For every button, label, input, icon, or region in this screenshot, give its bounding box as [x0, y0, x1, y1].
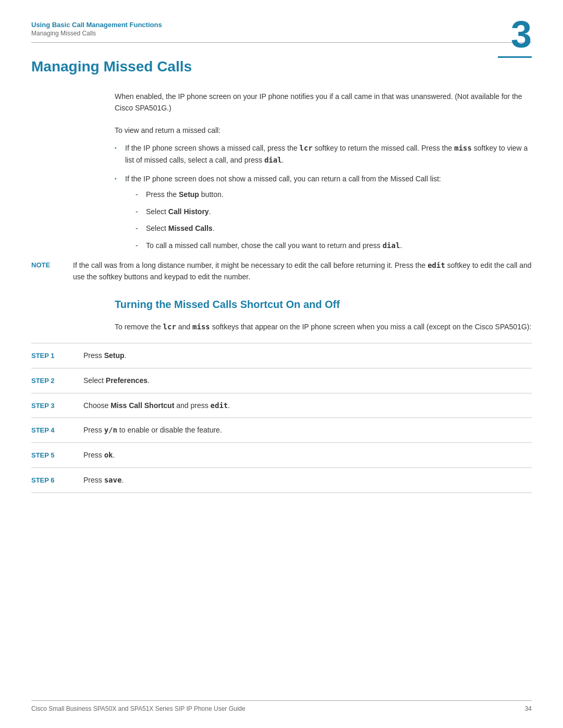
step-4-num: 4 — [51, 426, 54, 434]
dash3-before: Select — [146, 224, 168, 232]
step-row-4: STEP 4 Press y/n to enable or disable th… — [31, 418, 532, 443]
dash2-before: Select — [146, 207, 168, 216]
steps-block: STEP 1 Press Setup. STEP 2 Select Prefer… — [31, 343, 532, 493]
dash-item-3: Select Missed Calls. — [136, 223, 532, 234]
step-5-num: 5 — [51, 451, 54, 459]
step-2-num: 2 — [51, 377, 54, 385]
sub-section-title: Turning the Missed Calls Shortcut On and… — [115, 299, 532, 311]
step-row-2: STEP 2 Select Preferences. — [31, 368, 532, 393]
step-6-text: Press save. — [83, 474, 532, 486]
bullet1-text-before: If the IP phone screen shows a missed ca… — [125, 144, 299, 152]
dash1-after: button. — [199, 190, 224, 199]
step-row-6: STEP 6 Press save. — [31, 468, 532, 493]
dash2-after: . — [209, 207, 211, 216]
bullet1-dial: dial — [264, 156, 282, 164]
dash-item-2: Select Call History. — [136, 206, 532, 217]
step-4-label: STEP 4 — [31, 425, 83, 436]
chapter-number: 3 — [511, 16, 532, 53]
bullet-list: If the IP phone screen shows a missed ca… — [115, 142, 532, 251]
bullet1-dot: . — [282, 156, 284, 164]
step-5-text: Press ok. — [83, 449, 532, 461]
note-text: If the call was from a long distance num… — [73, 260, 532, 283]
bullet1-lcr: lcr — [299, 144, 312, 152]
page-footer: Cisco Small Business SPA50X and SPA51X S… — [31, 700, 532, 712]
section-title: Managing Missed Calls — [31, 58, 532, 75]
main-content: Managing Missed Calls When enabled, the … — [0, 43, 563, 524]
step-1-text: Press Setup. — [83, 350, 532, 361]
dash3-after: . — [213, 224, 215, 232]
page-container: 3 Using Basic Call Management Functions … — [0, 0, 563, 728]
page-header: 3 Using Basic Call Management Functions … — [0, 0, 563, 37]
step-1-num: 1 — [51, 352, 54, 360]
step-3-text: Choose Miss Call Shortcut and press edit… — [83, 400, 532, 411]
bullet2-text: If the IP phone screen does not show a m… — [125, 175, 441, 183]
breadcrumb-link: Using Basic Call Management Functions — [31, 21, 532, 29]
dash1-before: Press the — [146, 190, 179, 199]
step-4-text: Press y/n to enable or disable the featu… — [83, 424, 532, 436]
dash-item-1: Press the Setup button. — [136, 189, 532, 200]
dash-list: Press the Setup button. Select Call Hist… — [136, 189, 532, 251]
footer-page-number: 34 — [525, 705, 532, 712]
sub-intro: To remove the lcr and miss softkeys that… — [115, 321, 532, 332]
dash4-after: . — [400, 241, 402, 250]
chapter-number-underline — [498, 56, 532, 58]
note-block: NOTE If the call was from a long distanc… — [31, 260, 532, 283]
dash1-bold: Setup — [179, 190, 199, 199]
dash4-bold: dial — [383, 241, 400, 250]
bullet-item-1: If the IP phone screen shows a missed ca… — [115, 142, 532, 166]
to-view-text: To view and return a missed call: — [115, 125, 532, 136]
footer-left-text: Cisco Small Business SPA50X and SPA51X S… — [31, 705, 246, 712]
step-6-label: STEP 6 — [31, 475, 83, 486]
bullet1-text-mid: softkey to return the missed call. Press… — [313, 144, 455, 152]
step-row-3: STEP 3 Choose Miss Call Shortcut and pre… — [31, 393, 532, 418]
step-3-num: 3 — [51, 402, 54, 410]
bullet-item-2: If the IP phone screen does not show a m… — [115, 173, 532, 251]
step-3-label: STEP 3 — [31, 401, 83, 412]
dash-item-4: To call a missed call number, chose the … — [136, 240, 532, 251]
bullet1-miss: miss — [454, 144, 472, 152]
intro-block: When enabled, the IP phone screen on you… — [115, 91, 532, 114]
dash3-bold: Missed Calls — [168, 224, 213, 232]
breadcrumb-sub: Managing Missed Calls — [31, 30, 532, 37]
step-6-num: 6 — [51, 476, 54, 484]
step-row-5: STEP 5 Press ok. — [31, 443, 532, 468]
dash2-bold: Call History — [168, 207, 209, 216]
intro-paragraph: When enabled, the IP phone screen on you… — [115, 91, 532, 114]
step-1-label: STEP 1 — [31, 351, 83, 362]
step-5-label: STEP 5 — [31, 450, 83, 461]
step-row-1: STEP 1 Press Setup. — [31, 343, 532, 368]
dash4-before: To call a missed call number, chose the … — [146, 241, 383, 250]
step-2-label: STEP 2 — [31, 376, 83, 387]
note-label: NOTE — [31, 260, 73, 283]
step-2-text: Select Preferences. — [83, 375, 532, 386]
